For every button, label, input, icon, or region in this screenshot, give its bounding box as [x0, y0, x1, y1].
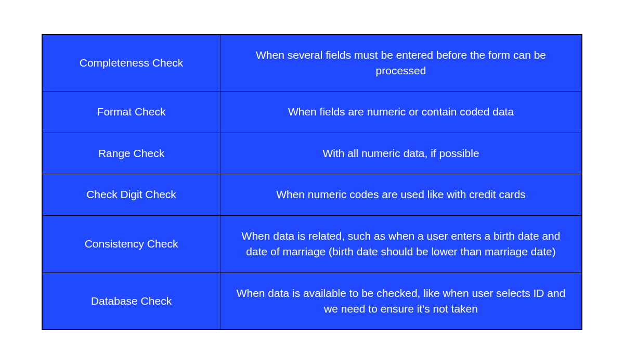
checks-table: Completeness Check When several fields m… — [42, 34, 582, 331]
check-name-cell: Range Check — [42, 133, 220, 174]
table-row: Database Check When data is available to… — [42, 272, 582, 330]
check-desc-cell: When numeric codes are used like with cr… — [220, 174, 582, 215]
check-name-cell: Check Digit Check — [42, 174, 220, 215]
check-desc-cell: When fields are numeric or contain coded… — [220, 92, 582, 133]
table-row: Completeness Check When several fields m… — [42, 34, 582, 92]
check-name-cell: Consistency Check — [42, 215, 220, 272]
validation-checks-table: Completeness Check When several fields m… — [42, 34, 582, 331]
check-name-cell: Format Check — [42, 92, 220, 133]
table-row: Range Check With all numeric data, if po… — [42, 133, 582, 174]
table-row: Consistency Check When data is related, … — [42, 215, 582, 272]
check-name-cell: Completeness Check — [42, 34, 220, 92]
check-desc-cell: When data is related, such as when a use… — [220, 215, 582, 272]
table-row: Format Check When fields are numeric or … — [42, 92, 582, 133]
table-row: Check Digit Check When numeric codes are… — [42, 174, 582, 215]
check-name-cell: Database Check — [42, 272, 220, 330]
check-desc-cell: When several fields must be entered befo… — [220, 34, 582, 92]
check-desc-cell: When data is available to be checked, li… — [220, 272, 582, 330]
check-desc-cell: With all numeric data, if possible — [220, 133, 582, 174]
